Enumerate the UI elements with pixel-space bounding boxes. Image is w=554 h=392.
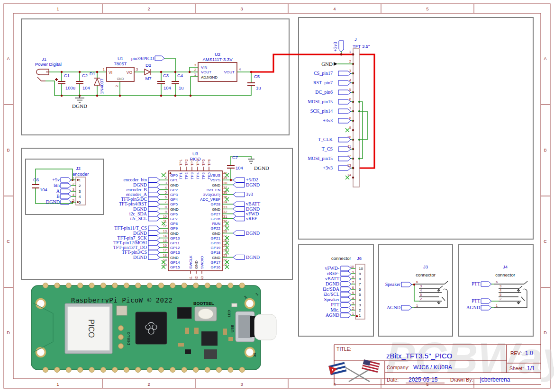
u2-pin-vout: VOUT [201,70,211,74]
net-flag [401,305,412,310]
crystal [117,306,127,315]
castellation-pad [182,367,187,373]
net-flag [148,197,160,202]
net-flag [481,282,491,286]
debug-pad [118,344,124,349]
j3-section-box [379,245,453,336]
pico-pin-number: 33 [223,205,227,209]
pico-pin-name: VBUS [210,173,220,178]
pin-number: 1 [194,72,196,77]
frame-row-label: A [544,56,546,61]
net-flag [341,292,351,297]
u1-pin-vo: VO [127,70,133,75]
net-flag [341,308,351,312]
pico-pin-name: GP3 [170,193,178,197]
net-flag [148,178,160,182]
pico-pin-number: 3 [165,181,167,185]
frame-column-label: 3 [240,7,243,11]
pico-pin-number: 23 [223,253,227,258]
castellation-pad [66,283,71,288]
castellation-pad [170,367,175,373]
pico-pin-name: GP8 [170,222,178,226]
pico-pin-name: GP26 [211,217,221,221]
led-label: LED [227,310,231,317]
net-label: AGND [387,305,400,310]
c2-ref: C2 [82,73,88,78]
net-label: 3v3 [246,192,253,197]
castellation-pad [101,367,106,373]
j3-pin-number: 3 [420,284,422,288]
junction-dot [352,129,354,131]
j4-pin-number: 4 [500,288,501,293]
castellation-pad [101,283,106,288]
pico-pin-name: TP5 [201,172,206,179]
j1-ref: J1 [42,56,46,62]
tft-pin-number: 14 [347,173,351,177]
pico-pin-name: GP7 [170,217,178,221]
pico-pin-number: TP5 [201,159,206,166]
j4-connector: J4 connector 634521PTTPTTAGND [466,264,527,310]
j4-pin-number: 3 [500,284,501,288]
u1-ref: U1 [118,56,123,61]
pico-pin-number: 6 [165,195,167,199]
dgnd-label: DGND [254,165,269,171]
u1-pin-vi: VI [109,70,112,75]
u3-ref: U3 [192,151,198,156]
pico-pin-name: GND [212,207,220,212]
castellation-pad [78,283,83,288]
j6-pin-name: 8 [359,277,361,281]
castellation-pad [54,367,60,373]
dgnd-label: DGND [72,103,87,109]
castellation-pad [89,367,94,373]
pico-pin-number: 8 [165,205,167,209]
debug-pad [118,335,124,340]
sheet-title: zBitx_TFT3.5"_PICO [386,352,453,360]
j6-pin-name: 5 [359,293,361,297]
net-flag [148,241,160,245]
pico-pin-name: GP17 [211,260,221,265]
j3-pin-number: 6 [416,280,418,284]
pico-pin-number: 14 [163,234,167,238]
pico-pin-name: 3V3_EN [206,188,220,192]
ground-symbol [75,96,84,102]
junction-dot [352,177,354,178]
pico-pin-name: TP4 [196,172,200,179]
pico-pin-name: GND [170,183,179,187]
drawn-by-value: jcberberena [480,376,510,383]
c1-ref: C1 [64,73,70,78]
j-ref: J [354,36,357,42]
net-label: DGND [46,199,60,205]
net-flag [338,71,351,76]
pico-pin-number: 41 [189,276,193,280]
pico-pin-name: GP19 [211,246,221,250]
pico-pin-number: 39 [223,176,227,180]
pico-pin-number: 13 [163,229,167,233]
pico-pin-name: GND [194,260,199,269]
pico-pin-name: GND [212,256,220,260]
net-label: PTT [331,302,339,307]
gnd-arrow-icon [334,62,337,66]
pico-pin-name: TP6 [207,172,211,179]
pico-pin-name: GP28 [211,202,221,206]
net-label: +5v [52,177,60,182]
u1-value: 7805T [114,61,127,66]
net-flag [341,276,351,281]
j3-value: connector [416,272,436,277]
usb-connector-inner [238,315,252,338]
frame-row-label: C [7,239,10,244]
pico-pin-name: GP22 [211,226,221,231]
j2-pin-name: 4 [79,195,81,199]
net-flag [338,166,351,170]
net-label: T_CS [322,146,333,151]
castellation-pad [205,283,210,288]
frame-row-label: C [544,239,547,244]
j6-ref: J6 [357,256,362,261]
j6-pin-number: 7 [352,280,354,285]
net-flag [148,236,160,241]
j4-pin-number: 6 [496,280,498,284]
j6-pin-name: 6 [359,287,361,292]
pico-pin-name: GP13 [170,250,180,255]
castellation-pad [124,283,129,288]
pico-pin-number: TP6 [207,159,211,166]
net-label: T_CLK [318,137,333,142]
